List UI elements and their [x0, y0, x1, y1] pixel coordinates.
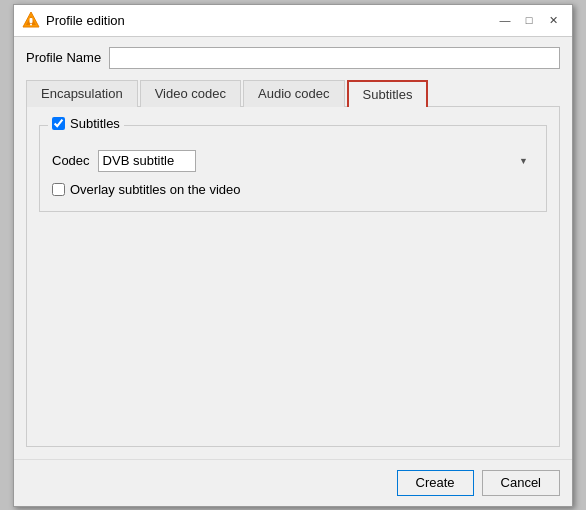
- tab-video-codec[interactable]: Video codec: [140, 80, 241, 107]
- codec-select-wrapper: DVB subtitle None SRT ASS/SSA VobSub: [98, 150, 534, 172]
- codec-select[interactable]: DVB subtitle None SRT ASS/SSA VobSub: [98, 150, 196, 172]
- profile-name-label: Profile Name: [26, 50, 101, 65]
- svg-rect-2: [30, 18, 33, 23]
- subtitles-group: Subtitles Codec DVB subtitle None SRT AS…: [39, 125, 547, 212]
- tabs-bar: Encapsulation Video codec Audio codec Su…: [26, 79, 560, 107]
- tab-encapsulation[interactable]: Encapsulation: [26, 80, 138, 107]
- create-button[interactable]: Create: [397, 470, 474, 496]
- vlc-icon: [22, 11, 40, 29]
- tab-content-subtitles: Subtitles Codec DVB subtitle None SRT AS…: [26, 107, 560, 447]
- content-area: Profile Name Encapsulation Video codec A…: [14, 37, 572, 459]
- tab-subtitles[interactable]: Subtitles: [347, 80, 429, 107]
- maximize-button[interactable]: □: [518, 10, 540, 30]
- footer: Create Cancel: [14, 459, 572, 506]
- subtitles-enable-checkbox[interactable]: [52, 117, 65, 130]
- window-title: Profile edition: [46, 13, 125, 28]
- title-bar-controls: — □ ✕: [494, 10, 564, 30]
- minimize-button[interactable]: —: [494, 10, 516, 30]
- overlay-row: Overlay subtitles on the video: [52, 182, 534, 197]
- main-window: Profile edition — □ ✕ Profile Name Encap…: [13, 4, 573, 507]
- subtitles-enable-checkbox-label[interactable]: Subtitles: [52, 116, 120, 131]
- overlay-checkbox-label[interactable]: Overlay subtitles on the video: [52, 182, 241, 197]
- tab-audio-codec[interactable]: Audio codec: [243, 80, 345, 107]
- title-bar-left: Profile edition: [22, 11, 125, 29]
- subtitles-legend: Subtitles: [48, 116, 124, 131]
- subtitles-legend-label: Subtitles: [70, 116, 120, 131]
- cancel-button[interactable]: Cancel: [482, 470, 560, 496]
- overlay-checkbox[interactable]: [52, 183, 65, 196]
- title-bar: Profile edition — □ ✕: [14, 5, 572, 37]
- overlay-label: Overlay subtitles on the video: [70, 182, 241, 197]
- codec-label: Codec: [52, 153, 90, 168]
- close-button[interactable]: ✕: [542, 10, 564, 30]
- profile-name-row: Profile Name: [26, 47, 560, 69]
- codec-row: Codec DVB subtitle None SRT ASS/SSA VobS…: [52, 150, 534, 172]
- profile-name-input[interactable]: [109, 47, 560, 69]
- svg-point-3: [30, 24, 32, 26]
